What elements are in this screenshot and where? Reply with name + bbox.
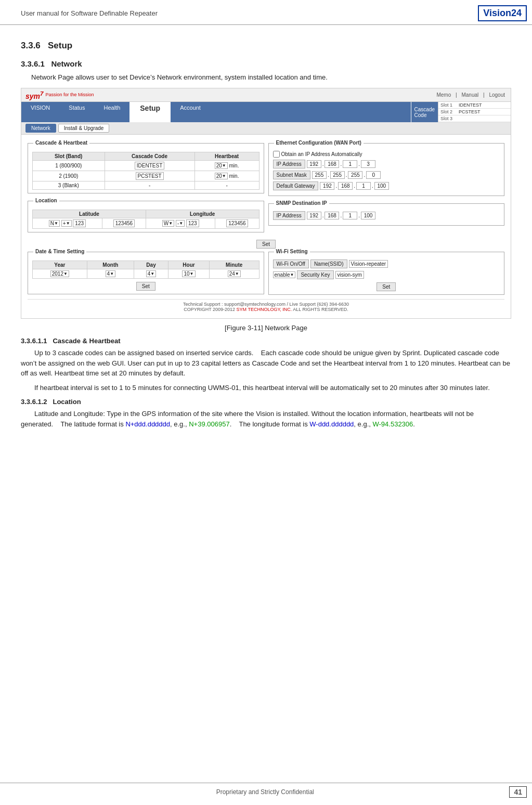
set-button-wifi[interactable]: Set <box>377 282 396 291</box>
section-33612-para1: Latitude and Longitude: Type in the GPS … <box>21 409 511 429</box>
slot-2-code: PCSTEST <box>105 171 194 181</box>
subnav-network[interactable]: Network <box>25 124 56 133</box>
dt-minute: 24 ▼ <box>209 269 259 279</box>
lat-inputs: N ▼ + ▼ 123 <box>33 218 102 229</box>
cascade-table: Slot (Band) Cascade Code Heartbeat 1 (80… <box>32 152 259 190</box>
nav-memo-link[interactable]: Memo <box>436 92 451 98</box>
lat-ns-select[interactable]: N ▼ <box>49 220 60 227</box>
dt-hour: 10 ▼ <box>168 269 210 279</box>
lon-example-green: W-94.532306 <box>372 420 413 428</box>
ss-main-area: Cascade & Heartbeat Slot (Band) Cascade … <box>21 135 511 318</box>
obtain-auto-row: Obtain an IP Address Automatically <box>273 151 500 158</box>
lat-min-input[interactable]: 123456 <box>113 219 135 227</box>
cascade-panel-title: Cascade & Heartbeat <box>33 140 89 146</box>
sym-logo: sym7 <box>25 90 44 100</box>
lat-deg-input[interactable]: 123 <box>73 219 86 227</box>
ss-bottom-row: Date & Time Setting Year Month Day Hour … <box>28 252 504 299</box>
snmp-oct1[interactable]: 192 <box>307 212 321 219</box>
figure-caption: [Figure 3-11] Network Page <box>21 324 511 332</box>
set-button-middle[interactable]: Set <box>256 240 276 249</box>
snmp-oct4[interactable]: 100 <box>361 212 375 219</box>
slot-2-hb-select[interactable]: 20 ▼ <box>215 173 228 179</box>
nav-manual-link[interactable]: Manual <box>461 92 478 98</box>
page-footer: Proprietary and Strictly Confidential 41 <box>0 783 532 800</box>
gw-oct1[interactable]: 192 <box>320 182 334 190</box>
lon-sign-select[interactable]: - ▼ <box>176 220 185 227</box>
hour-select[interactable]: 10 ▼ <box>182 270 195 277</box>
nav-status[interactable]: Status <box>59 102 94 122</box>
gateway-row: Default Gateway 192 . 168 . 1 . 100 <box>273 181 500 190</box>
sm-oct3[interactable]: 255 <box>348 171 362 179</box>
location-panel-title: Location <box>33 198 59 203</box>
lon-ew-select[interactable]: W ▼ <box>162 220 174 227</box>
gw-oct4[interactable]: 100 <box>374 182 389 190</box>
snmp-panel-title: SNMP Destination IP <box>274 200 329 206</box>
section-336: 3.3.6 Setup <box>21 41 511 51</box>
ip-oct4[interactable]: 3 <box>361 160 375 168</box>
section-336-title: 3.3.6 Setup <box>21 41 511 51</box>
dt-month: 4 ▼ <box>87 269 134 279</box>
col-month: Month <box>87 261 134 269</box>
lat-sign-select[interactable]: + ▼ <box>61 220 72 227</box>
wifi-seckey-label: Security Key <box>297 270 333 279</box>
gw-oct2[interactable]: 168 <box>338 182 353 190</box>
set-button-datetime[interactable]: Set <box>136 282 155 291</box>
slot-3-band: 3 (Blank) <box>33 181 105 190</box>
slot-1-code: IDENTEST <box>105 161 194 171</box>
day-select[interactable]: 4 ▼ <box>146 270 156 277</box>
snmp-ip-inputs: 192 . 168 . 1 . 100 <box>307 212 375 219</box>
lat-col-header: Latitude <box>33 210 146 218</box>
lon-deg-input[interactable]: 123 <box>186 219 199 227</box>
obtain-auto-label: Obtain an IP Address Automatically <box>281 151 362 157</box>
wifi-panel: Wi-Fi Setting Wi-Fi On/Off Name(SSID) Vi… <box>268 252 505 295</box>
subnav-install[interactable]: Install & Upgrade <box>58 124 110 133</box>
obtain-auto-checkbox[interactable] <box>273 151 280 158</box>
wifi-seckey-input[interactable]: vision-sym <box>335 271 364 279</box>
ss-right-col: Ethernet Configuration (WAN Port) Obtain… <box>268 139 505 237</box>
location-table: Latitude Longitude N ▼ + ▼ 123 <box>32 210 259 229</box>
snmp-oct2[interactable]: 168 <box>325 212 339 219</box>
ip-oct2[interactable]: 168 <box>325 160 339 168</box>
sm-oct2[interactable]: 255 <box>330 171 345 179</box>
page-number: 41 <box>509 786 527 798</box>
slot-1-code-input[interactable]: IDENTEST <box>135 162 164 170</box>
wifi-security-row: enable ▼ Security Key vision-sym <box>273 270 500 279</box>
ip-oct1[interactable]: 192 <box>307 160 321 168</box>
section-3361-desc: Network Page allows user to set Device’s… <box>31 72 511 83</box>
wifi-onoff-row: Wi-Fi On/Off Name(SSID) Vision-repeater <box>273 259 500 268</box>
table-row: 3 (Blank) - - <box>33 181 259 190</box>
ip-address-inputs: 192 . 168 . 1 . 3 <box>307 160 375 168</box>
ss-footer-line1: Technical Support : support@symtechnolog… <box>30 302 502 307</box>
slot-1-hb-select[interactable]: 20 ▼ <box>215 162 228 169</box>
lon-min-input-cell: 123456 <box>215 218 259 229</box>
slot-1-band: 1 (800/900) <box>33 161 105 171</box>
wifi-ssid-input[interactable]: Vision-repeater <box>349 260 388 268</box>
lat-format-blue: N+ddd.dddddd <box>125 420 170 428</box>
minute-select[interactable]: 24 ▼ <box>228 270 241 277</box>
page-header: User manual for Software Definable Repea… <box>0 0 532 25</box>
sm-oct1[interactable]: 255 <box>312 171 327 179</box>
month-select[interactable]: 4 ▼ <box>106 270 115 277</box>
nav-vision[interactable]: VISION <box>21 102 59 122</box>
slot-3-code: - <box>105 181 194 190</box>
nav-health[interactable]: Health <box>94 102 129 122</box>
year-select[interactable]: 2012 ▼ <box>50 270 69 277</box>
nav-logout-link[interactable]: Logout <box>489 92 505 98</box>
nav-setup[interactable]: Setup <box>129 102 171 122</box>
lon-min-input[interactable]: 123456 <box>226 219 248 227</box>
subnet-mask-label: Subnet Mask <box>273 171 310 179</box>
gw-oct3[interactable]: 1 <box>356 182 371 190</box>
subnet-mask-row: Subnet Mask 255 . 255 . 255 . 0 <box>273 171 500 179</box>
wifi-enable-select[interactable]: enable ▼ <box>273 271 296 278</box>
screenshot-frame: sym7 Passion for the Mission Memo | Manu… <box>21 88 511 319</box>
snmp-oct3[interactable]: 1 <box>343 212 357 219</box>
sm-oct4[interactable]: 0 <box>366 171 381 179</box>
dt-year: 2012 ▼ <box>33 269 87 279</box>
lat-example-green: N+39.006957 <box>189 420 229 428</box>
slot-3-hb: - <box>194 181 259 190</box>
ip-oct3[interactable]: 1 <box>343 160 357 168</box>
datetime-panel: Date & Time Setting Year Month Day Hour … <box>28 252 264 294</box>
slot-2-code-input[interactable]: PCSTEST <box>136 172 164 180</box>
nav-account[interactable]: Account <box>171 102 210 122</box>
location-row: N ▼ + ▼ 123 123456 W ▼ - <box>33 218 259 229</box>
